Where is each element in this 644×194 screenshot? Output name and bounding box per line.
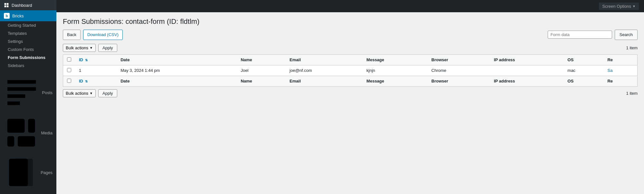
top-bulk-bar: Bulk actions ▼ Apply 1 item: [63, 44, 638, 52]
chevron-down-icon: ▼: [90, 46, 93, 50]
sidebar-item-custom-fonts[interactable]: Custom Fonts: [0, 45, 56, 53]
row-os-cell: mac: [564, 65, 604, 76]
footer-id-label: ID: [79, 79, 83, 83]
row-checkbox[interactable]: [67, 68, 71, 72]
sidebar: Dashboard b Bricks Getting Started Templ…: [0, 0, 56, 194]
sidebar-item-pages[interactable]: Pages: [0, 153, 56, 192]
row-name-cell: Joel: [237, 65, 286, 76]
sidebar-item-media[interactable]: Media: [0, 113, 56, 153]
column-header-browser: Browser: [428, 54, 490, 65]
search-area: Search: [548, 30, 638, 40]
footer-column-message: Message: [363, 76, 428, 86]
content-area: Form Submissions: contact-form (ID: fldt…: [56, 12, 644, 194]
select-all-checkbox[interactable]: [67, 57, 71, 62]
svg-rect-2: [5, 5, 6, 7]
sidebar-item-getting-started[interactable]: Getting Started: [0, 21, 56, 29]
svg-rect-13: [14, 159, 33, 186]
table-header-row: ID ⇅ Date Name Email Message: [63, 54, 638, 65]
bottom-apply-button[interactable]: Apply: [98, 89, 117, 97]
svg-rect-4: [7, 80, 36, 84]
svg-rect-1: [7, 3, 9, 5]
item-count-label: 1 item: [626, 45, 638, 50]
sidebar-item-dashboard-label: Dashboard: [12, 3, 32, 8]
sidebar-item-form-submissions[interactable]: Form Submissions: [0, 53, 56, 62]
bricks-logo: b: [4, 13, 10, 19]
sidebar-sub-item-label: Custom Fonts: [8, 47, 34, 52]
table-row: 1 May 3, 2024 1:44 pm Joel joe@nf.com kj…: [63, 65, 638, 76]
download-csv-button[interactable]: Download (CSV): [83, 30, 123, 40]
page-title: Form Submissions: contact-form (ID: fldt…: [63, 17, 638, 26]
top-item-count: 1 item: [626, 45, 638, 50]
search-input[interactable]: [548, 31, 612, 39]
select-all-column: [63, 54, 75, 65]
sidebar-item-comments[interactable]: Comments: [0, 192, 56, 194]
search-button[interactable]: Search: [615, 30, 638, 40]
sidebar-item-sidebars[interactable]: Sidebars: [0, 62, 56, 70]
chevron-down-icon: ▼: [632, 5, 636, 8]
svg-rect-9: [7, 136, 14, 147]
footer-sort-arrows-icon: ⇅: [85, 80, 88, 83]
dashboard-icon: [4, 3, 9, 8]
footer-column-browser: Browser: [428, 76, 490, 86]
footer-column-os: OS: [564, 76, 604, 86]
screen-options-label: Screen Options: [602, 4, 631, 9]
media-icon: [4, 115, 39, 150]
footer-select-all-col: [63, 76, 75, 86]
sidebar-item-settings[interactable]: Settings: [0, 37, 56, 45]
sort-arrows-icon: ⇅: [85, 58, 88, 62]
svg-rect-11: [28, 119, 35, 133]
column-header-referrer: Re: [603, 54, 637, 65]
column-header-email: Email: [286, 54, 363, 65]
bulk-actions-label: Bulk actions: [66, 45, 88, 50]
submissions-table: ID ⇅ Date Name Email Message: [63, 54, 638, 87]
row-checkbox-cell: [63, 65, 75, 76]
bottom-bulk-actions-select[interactable]: Bulk actions ▼: [63, 89, 96, 97]
footer-column-id[interactable]: ID ⇅: [75, 76, 117, 86]
sidebar-item-bricks[interactable]: b Bricks: [0, 10, 56, 21]
bottom-item-count: 1 item: [626, 91, 638, 96]
svg-rect-5: [7, 87, 36, 91]
sidebar-sub-item-label: Sidebars: [8, 63, 24, 68]
svg-rect-6: [7, 94, 25, 98]
bottom-bulk-bar: Bulk actions ▼ Apply 1 item: [63, 89, 638, 97]
sidebar-item-dashboard[interactable]: Dashboard: [0, 0, 56, 10]
column-header-ip: IP address: [490, 54, 564, 65]
svg-rect-0: [5, 3, 6, 5]
footer-column-email: Email: [286, 76, 363, 86]
top-apply-button[interactable]: Apply: [98, 44, 117, 52]
bottom-bulk-actions-label: Bulk actions: [66, 91, 88, 96]
bottom-item-count-label: 1 item: [626, 91, 638, 96]
pages-icon: [4, 155, 38, 189]
row-email-cell: joe@nf.com: [286, 65, 363, 76]
row-id-cell: 1: [75, 65, 117, 76]
sidebar-item-bricks-label: Bricks: [12, 14, 24, 18]
column-header-id[interactable]: ID ⇅: [75, 54, 117, 65]
screen-options-button[interactable]: Screen Options ▼: [599, 3, 639, 10]
posts-icon: [4, 75, 39, 110]
back-button[interactable]: Back: [63, 30, 81, 40]
table-body: 1 May 3, 2024 1:44 pm Joel joe@nf.com kj…: [63, 65, 638, 86]
sidebar-sub-item-label: Form Submissions: [8, 55, 45, 60]
table-header: ID ⇅ Date Name Email Message: [63, 54, 638, 65]
top-bulk-actions-select[interactable]: Bulk actions ▼: [63, 44, 96, 52]
row-ip-cell: [490, 65, 564, 76]
top-bar: Screen Options ▼: [56, 0, 644, 12]
sidebar-item-posts[interactable]: Posts: [0, 72, 56, 113]
sidebar-item-templates[interactable]: Templates: [0, 29, 56, 37]
row-browser-cell: Chrome: [428, 65, 490, 76]
sidebar-posts-label: Posts: [42, 90, 53, 95]
column-header-date: Date: [117, 54, 237, 65]
row-date-cell: May 3, 2024 1:44 pm: [117, 65, 237, 76]
table-footer-row: ID ⇅ Date Name Email Message: [63, 76, 638, 86]
chevron-down-icon: ▼: [90, 92, 93, 95]
footer-column-ip: IP address: [490, 76, 564, 86]
row-message-cell: kjnjn: [363, 65, 428, 76]
sidebar-sub-item-label: Settings: [8, 39, 23, 44]
svg-rect-8: [7, 119, 25, 133]
row-referrer-cell[interactable]: Sa: [603, 65, 637, 76]
svg-rect-7: [7, 102, 20, 105]
main-content: Screen Options ▼ Form Submissions: conta…: [56, 0, 644, 194]
footer-select-all-checkbox[interactable]: [67, 79, 71, 83]
column-header-name: Name: [237, 54, 286, 65]
footer-column-date: Date: [117, 76, 237, 86]
